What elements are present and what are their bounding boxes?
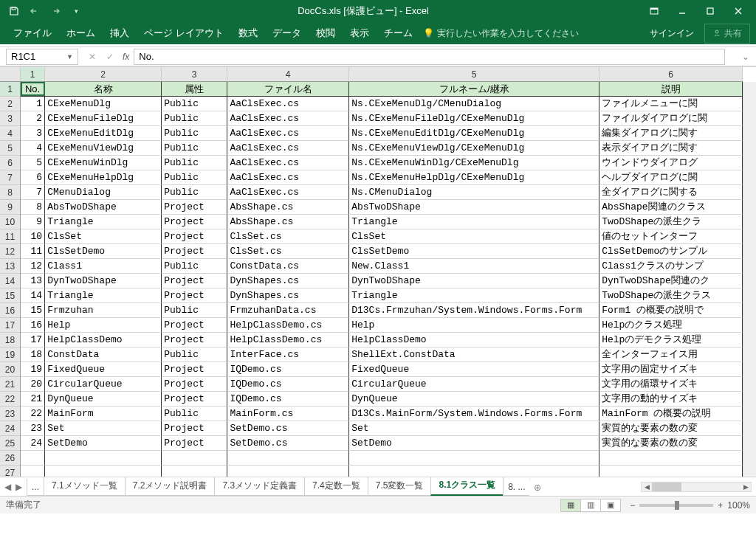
cell[interactable]: DynTwoDShape関連のク xyxy=(599,274,743,288)
cell[interactable]: 表示ダイアログに関す xyxy=(599,141,743,156)
cell[interactable]: Ns.CExeMenuDlg/CMenuDialog xyxy=(349,97,599,111)
header-cell[interactable]: ファイル名 xyxy=(227,82,349,97)
cell[interactable]: Public xyxy=(162,185,227,200)
cell[interactable]: Ns.CMenuDialog xyxy=(349,185,599,200)
add-sheet-icon[interactable]: ⊕ xyxy=(529,480,546,496)
cell[interactable] xyxy=(227,466,349,477)
row-header[interactable]: 14 xyxy=(0,274,20,288)
cell[interactable]: 9 xyxy=(21,215,45,229)
cell[interactable]: MainForm.cs xyxy=(227,407,349,421)
cell[interactable]: 12 xyxy=(21,259,45,274)
cell[interactable]: ConstData.cs xyxy=(227,259,349,274)
cell[interactable] xyxy=(162,451,227,466)
cell[interactable]: Public xyxy=(162,259,227,274)
row-header[interactable]: 17 xyxy=(0,318,20,333)
header-cell[interactable]: 説明 xyxy=(599,82,743,97)
sheet-tab[interactable]: 7.5変数一覧 xyxy=(368,477,432,496)
cell[interactable]: AbsShape.cs xyxy=(227,200,349,215)
cell[interactable]: HelpClassDemo.cs xyxy=(227,318,349,333)
row-header[interactable]: 10 xyxy=(0,215,20,229)
cell[interactable]: FixedQueue xyxy=(349,362,599,377)
cell[interactable]: CExeMenuDlg xyxy=(45,97,162,111)
sheet-tab[interactable]: 8.1クラス一覧 xyxy=(430,477,504,496)
cell[interactable]: TwoDShapeの派生クラ xyxy=(599,215,743,229)
cell[interactable]: AaClsExec.cs xyxy=(227,185,349,200)
cell[interactable]: CExeMenuWinDlg xyxy=(45,156,162,170)
row-header[interactable]: 18 xyxy=(0,333,20,347)
cell[interactable]: ヘルプダイアログに関 xyxy=(599,170,743,185)
cell[interactable]: 編集ダイアログに関す xyxy=(599,126,743,141)
view-page-layout-icon[interactable]: ▥ xyxy=(580,499,601,512)
cell[interactable]: DynShapes.cs xyxy=(227,274,349,288)
cell[interactable]: Project xyxy=(162,333,227,347)
row-header[interactable]: 11 xyxy=(0,229,20,244)
row-header[interactable]: 2 xyxy=(0,97,20,111)
cell[interactable]: Public xyxy=(162,303,227,318)
column-header[interactable]: 6 xyxy=(599,67,743,81)
cell[interactable]: 文字用の動的サイズキ xyxy=(599,392,743,407)
cell[interactable]: 2 xyxy=(21,111,45,126)
cell[interactable]: ファイルメニューに関 xyxy=(599,97,743,111)
worksheet-grid[interactable]: 123456 123456789101112131415161718192021… xyxy=(0,66,756,477)
header-cell[interactable]: No. xyxy=(21,82,45,97)
cell[interactable]: DynTwoDShape xyxy=(45,274,162,288)
ribbon-tab[interactable]: ファイル xyxy=(6,22,59,44)
ribbon-tab[interactable]: 校閲 xyxy=(309,22,343,44)
cancel-formula-icon[interactable]: ✕ xyxy=(84,52,100,62)
cell[interactable]: 文字用の循環サイズキ xyxy=(599,377,743,392)
column-header[interactable]: 1 xyxy=(21,67,45,81)
cell[interactable]: Class1 xyxy=(45,259,162,274)
cell[interactable]: Form1 の概要の説明で xyxy=(599,303,743,318)
column-header[interactable]: 5 xyxy=(349,67,599,81)
cell[interactable] xyxy=(21,451,45,466)
cell[interactable] xyxy=(349,466,599,477)
maximize-icon[interactable] xyxy=(697,2,724,20)
signin-link[interactable]: サインイン xyxy=(642,23,701,44)
cell[interactable]: HelpClassDemo xyxy=(349,333,599,347)
cell[interactable]: ClsSet.cs xyxy=(227,229,349,244)
cell[interactable]: 21 xyxy=(21,392,45,407)
row-header[interactable]: 8 xyxy=(0,185,20,200)
cell[interactable]: CExeMenuViewDlg xyxy=(45,141,162,156)
cell[interactable]: 1 xyxy=(21,97,45,111)
cell[interactable]: Project xyxy=(162,244,227,259)
hscroll-right-icon[interactable]: ▶ xyxy=(740,483,751,491)
cell[interactable]: 16 xyxy=(21,318,45,333)
cell[interactable]: Public xyxy=(162,347,227,362)
cell[interactable]: Ns.CExeMenuEditDlg/CExeMenuDlg xyxy=(349,126,599,141)
redo-icon[interactable] xyxy=(46,2,65,20)
cell[interactable]: IQDemo.cs xyxy=(227,362,349,377)
cell[interactable]: InterFace.cs xyxy=(227,347,349,362)
ribbon-tab[interactable]: 数式 xyxy=(231,22,265,44)
zoom-slider[interactable] xyxy=(639,504,713,507)
cell[interactable]: 4 xyxy=(21,141,45,156)
cell[interactable]: 5 xyxy=(21,156,45,170)
horizontal-scrollbar[interactable]: ◀ ▶ xyxy=(641,482,752,492)
row-header[interactable]: 23 xyxy=(0,407,20,421)
cell[interactable]: DynShapes.cs xyxy=(227,288,349,303)
cell[interactable]: AaClsExec.cs xyxy=(227,170,349,185)
cell[interactable]: Project xyxy=(162,318,227,333)
sheet-tab[interactable]: ... xyxy=(27,479,44,496)
cell[interactable]: Ns.CExeMenuViewDlg/CExeMenuDlg xyxy=(349,141,599,156)
cell[interactable]: Project xyxy=(162,362,227,377)
zoom-in-icon[interactable]: + xyxy=(718,500,723,511)
cell[interactable]: Project xyxy=(162,288,227,303)
cell[interactable]: ClsSet xyxy=(45,229,162,244)
name-box[interactable]: R1C1 ▼ xyxy=(6,49,78,65)
cell[interactable]: 15 xyxy=(21,303,45,318)
cell[interactable]: 11 xyxy=(21,244,45,259)
hscroll-left-icon[interactable]: ◀ xyxy=(642,483,652,491)
cell[interactable]: SetDemo.cs xyxy=(227,436,349,451)
cell[interactable]: AbsTwoDShape xyxy=(45,200,162,215)
cell[interactable]: AaClsExec.cs xyxy=(227,156,349,170)
cell[interactable]: IQDemo.cs xyxy=(227,377,349,392)
cell[interactable]: D13Cs.MainForm/System.Windows.Forms.Form xyxy=(349,407,599,421)
tell-me[interactable]: 💡 実行したい作業を入力してください xyxy=(423,27,579,40)
cell[interactable]: New.Class1 xyxy=(349,259,599,274)
row-header[interactable]: 27 xyxy=(0,466,20,477)
cell[interactable]: MainForm の概要の説明 xyxy=(599,407,743,421)
row-header[interactable]: 7 xyxy=(0,170,20,185)
formula-input[interactable] xyxy=(134,49,725,65)
row-header[interactable]: 6 xyxy=(0,156,20,170)
